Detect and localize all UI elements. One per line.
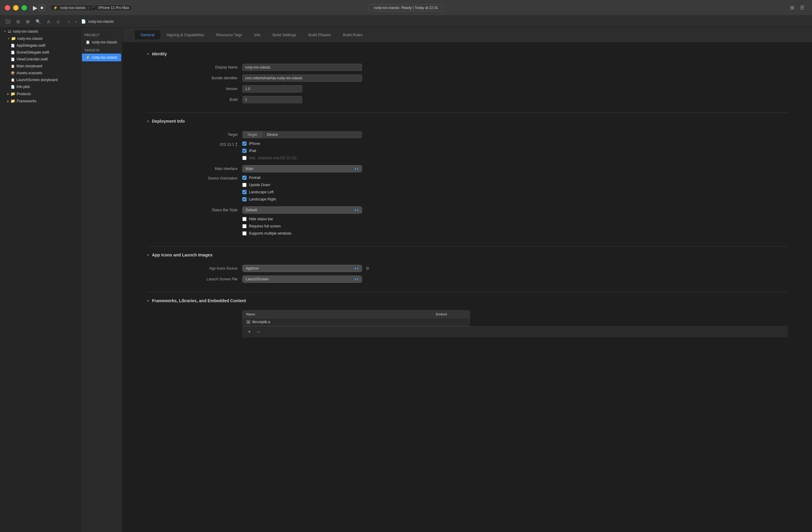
- storyboard-icon-2: 📋: [11, 78, 15, 82]
- ipad-checkbox-row: iPad: [242, 149, 296, 153]
- sidebar-item-root[interactable]: ▼ 🗂 rusty-ios-classic: [1, 28, 79, 35]
- remove-framework-button[interactable]: −: [255, 328, 262, 336]
- identity-title: Identity: [152, 52, 167, 56]
- warning-btn[interactable]: ⚠: [45, 18, 52, 25]
- nav-target-item[interactable]: ⚡ rusty-ios-classic: [82, 54, 121, 61]
- target-cell-value: Device: [262, 131, 362, 138]
- display-name-row: Display Name: [147, 63, 788, 71]
- sidebar-item-project-folder[interactable]: ▼ 📁 rusty-ios-classic: [1, 35, 79, 42]
- sidebar-scenedelegate-label: SceneDelegate.swift: [16, 50, 49, 55]
- sidebar-item-appdelegate[interactable]: 📄 AppDelegate.swift: [1, 42, 79, 49]
- back-btn[interactable]: ‹: [67, 18, 72, 25]
- status-bar-dropdown[interactable]: Default ⬆⬇: [242, 206, 362, 214]
- bundle-id-input[interactable]: [242, 74, 362, 82]
- inspector-button[interactable]: ☰: [798, 4, 806, 12]
- portrait-checkbox[interactable]: [242, 176, 247, 180]
- target-device-row: Target Device: [242, 131, 362, 138]
- sidebar-item-frameworks[interactable]: ▶ 📁 Frameworks: [1, 98, 79, 104]
- landscape-left-label: Landscape Left: [249, 190, 274, 194]
- display-name-input[interactable]: [242, 64, 362, 71]
- launch-screen-row: Launch Screen File LaunchScreen ⬆⬇: [147, 275, 788, 283]
- tab-build-settings[interactable]: Build Settings: [266, 30, 303, 40]
- mac-checkbox[interactable]: [242, 156, 247, 160]
- sidebar-item-assets[interactable]: 📦 Assets.xcassets: [1, 70, 79, 76]
- sidebar-assets-label: Assets.xcassets: [16, 71, 42, 75]
- scheme-label: rusty-ios-classic: [60, 6, 86, 10]
- tab-info[interactable]: Info: [248, 30, 266, 40]
- nav-project-label: rusty-ios-classic: [92, 40, 117, 44]
- identity-section: ▼ Identity Display Name Bundle Identifie…: [147, 52, 788, 103]
- requires-full-screen-row: Requires full screen: [242, 224, 291, 228]
- build-value: [242, 96, 788, 103]
- hierarchy-toggle[interactable]: ⊟: [15, 18, 22, 25]
- identity-triangle[interactable]: ▼: [147, 52, 149, 56]
- target-row-form: Target Target Device: [147, 131, 788, 139]
- requires-full-screen-checkbox[interactable]: [242, 224, 247, 228]
- bundle-id-value: [242, 74, 788, 82]
- diamond-btn[interactable]: ◇: [55, 18, 62, 25]
- nav-project-item[interactable]: 📋 rusty-ios-classic: [82, 38, 121, 46]
- tab-build-phases[interactable]: Build Phases: [302, 30, 337, 40]
- landscape-left-checkbox[interactable]: [242, 190, 247, 194]
- forward-btn[interactable]: ›: [74, 18, 79, 25]
- sidebar-infoplist-label: Info.plist: [16, 85, 30, 89]
- target-cell-label: Target: [242, 131, 262, 138]
- run-button[interactable]: ▶: [33, 4, 38, 11]
- bundle-id-label: Bundle Identifier: [147, 76, 242, 80]
- landscape-right-checkbox[interactable]: [242, 197, 247, 201]
- sidebar-item-mainstoryboard[interactable]: 📋 Main.storyboard: [1, 63, 79, 69]
- section-divider-2: [147, 246, 788, 247]
- portrait-label: Portrait: [249, 176, 261, 180]
- close-button[interactable]: [5, 5, 10, 11]
- tab-build-rules[interactable]: Build Rules: [337, 30, 368, 40]
- device-orientation-label: Device Orientation: [147, 176, 242, 181]
- ipad-checkbox[interactable]: [242, 149, 247, 153]
- app-icons-dropdown[interactable]: AppIcon ⬆⬇: [242, 265, 362, 272]
- traffic-lights: [5, 5, 27, 11]
- scheme-selector[interactable]: ⚡ rusty-ios-classic › 📱 iPhone 11 Pro Ma…: [50, 4, 132, 11]
- frameworks-triangle[interactable]: ▼: [147, 299, 149, 302]
- status-bar-style-row: Status Bar Style Default ⬆⬇: [147, 206, 788, 214]
- deployment-triangle[interactable]: ▼: [147, 120, 149, 123]
- device-icon: 📱: [91, 6, 96, 10]
- launch-screen-dropdown[interactable]: LaunchScreen ⬆⬇: [242, 276, 362, 283]
- version-input[interactable]: [242, 85, 302, 92]
- sidebar-item-launchscreen[interactable]: 📋 LaunchScreen.storyboard: [1, 76, 79, 83]
- sidebar-item-viewcontroller[interactable]: 📄 ViewController.swift: [1, 56, 79, 62]
- app-icons-source-label: App Icons Source: [147, 266, 242, 271]
- search-btn[interactable]: 🔍: [34, 18, 43, 25]
- main-interface-dropdown[interactable]: Main ⬆⬇: [242, 165, 362, 172]
- supports-multiple-windows-checkbox[interactable]: [242, 231, 247, 235]
- mac-label: Mac: [249, 156, 256, 160]
- tab-resource-tags[interactable]: Resource Tags: [210, 30, 248, 40]
- hide-status-bar-checkbox[interactable]: [242, 217, 247, 221]
- tab-signing[interactable]: Signing & Capabilities: [160, 30, 210, 40]
- app-icons-gear-btn[interactable]: ⚙: [366, 266, 369, 271]
- status-display: rusty-ios-classic: Ready | Today at 22:3…: [369, 4, 444, 11]
- sidebar-viewcontroller-label: ViewController.swift: [16, 57, 47, 61]
- build-input[interactable]: [242, 96, 302, 103]
- navigator-toggle[interactable]: ⬛: [4, 18, 12, 25]
- sidebar-item-infoplist[interactable]: 📄 Info.plist: [1, 84, 79, 90]
- supports-multiple-windows-row: Supports multiple windows: [242, 231, 291, 235]
- ios-down-arrow[interactable]: ▼: [235, 145, 237, 147]
- current-file-label: rusty-ios-classic: [88, 19, 114, 24]
- portrait-checkbox-row: Portrait: [242, 176, 276, 180]
- stop-button[interactable]: ■: [39, 4, 45, 11]
- app-icons-triangle[interactable]: ▼: [147, 254, 149, 257]
- sidebar-products-label: Products: [17, 92, 31, 96]
- add-framework-button[interactable]: +: [246, 328, 253, 336]
- sidebar-item-products[interactable]: ▶ 📁 Products: [1, 90, 79, 97]
- tab-general[interactable]: General: [135, 30, 160, 40]
- version-row: Version: [147, 85, 788, 93]
- nav-target-label: rusty-ios-classic: [92, 55, 117, 59]
- minimize-button[interactable]: [13, 5, 18, 11]
- iphone-checkbox[interactable]: [242, 142, 247, 146]
- library-button[interactable]: ⊞: [788, 4, 796, 12]
- canvas-toggle[interactable]: ⊞: [24, 18, 31, 25]
- titlebar: ▶ ■ ⚡ rusty-ios-classic › 📱 iPhone 11 Pr…: [0, 0, 812, 16]
- fullscreen-button[interactable]: [21, 5, 27, 11]
- sidebar-item-scenedelegate[interactable]: 📄 SceneDelegate.swift: [1, 49, 79, 56]
- current-file-icon: 📄: [81, 19, 86, 24]
- upside-down-checkbox[interactable]: [242, 183, 247, 187]
